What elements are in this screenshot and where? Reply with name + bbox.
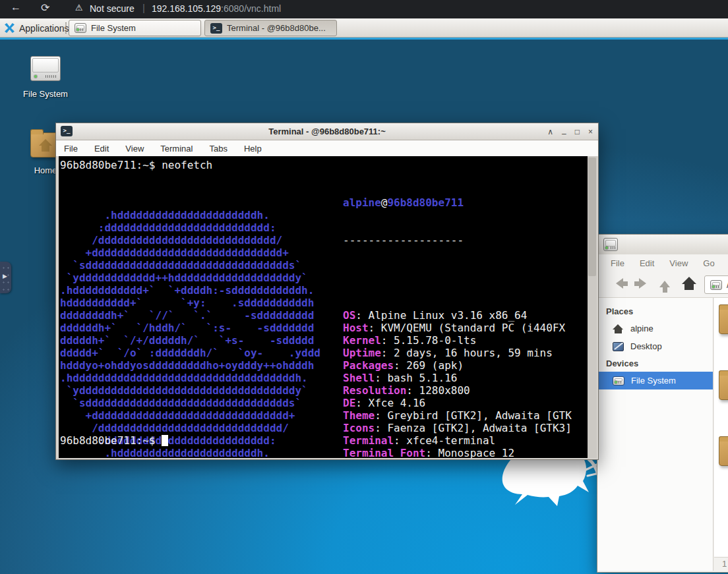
drive-icon xyxy=(75,23,86,33)
scrollbar-thumb[interactable] xyxy=(588,158,596,276)
address-bar[interactable]: 192.168.105.129:6080/vnc.html xyxy=(152,3,281,14)
neofetch-info-rows: OS: Alpine Linux v3.16 x86_64Host: KVM/Q… xyxy=(343,272,572,458)
file-manager-statusbar: 1 xyxy=(714,557,728,571)
file-manager-titlebar[interactable] xyxy=(597,235,728,254)
menu-item[interactable]: Tabs xyxy=(209,144,227,154)
close-button[interactable]: × xyxy=(588,123,593,140)
menu-item[interactable]: Edit xyxy=(94,144,109,154)
menu-item[interactable]: File xyxy=(64,144,78,154)
url-divider: | xyxy=(142,2,145,13)
file-manager-window: FileEditViewGoHelp / Places alpine Deskt… xyxy=(597,234,728,573)
url-host: 192.168.105.129 xyxy=(152,3,221,14)
terminal-menubar: FileEditViewTerminalTabsHelp xyxy=(56,140,598,156)
sidebar-item-desktop[interactable]: Desktop xyxy=(597,337,713,355)
file-manager-menubar: FileEditViewGoHelp xyxy=(597,254,728,272)
taskbar-button-terminal[interactable]: >_ Terminal - @96b8d80be... xyxy=(204,20,337,36)
drive-icon xyxy=(603,238,618,251)
window-title: Terminal - @96b8d80be711:~ xyxy=(56,127,598,136)
expand-arrow-icon: ▶ xyxy=(3,273,7,279)
refresh-icon[interactable]: ⟳ xyxy=(41,1,49,14)
terminal-content[interactable]: 96b8d80be711:~$ neofetch .hddddddddddddd… xyxy=(59,156,588,458)
menu-item[interactable]: Terminal xyxy=(160,144,193,154)
folder-icon[interactable] xyxy=(719,308,728,334)
terminal-icon: >_ xyxy=(210,23,222,34)
neofetch-separator: ------------------- xyxy=(343,234,572,246)
panel-handle[interactable] xyxy=(65,22,68,34)
terminal-command-line: 96b8d80be711:~$ neofetch xyxy=(60,159,212,171)
neofetch-ascii-logo: .hddddddddddddddddddddddh. :dddddddddddd… xyxy=(60,171,320,458)
desktop-icon xyxy=(613,342,624,351)
maximize-button[interactable]: □ xyxy=(575,123,580,140)
security-label[interactable]: Not secure xyxy=(90,3,135,14)
home-button[interactable] xyxy=(682,277,696,290)
file-manager-content-pane[interactable] xyxy=(714,298,728,571)
terminal-scrollbar[interactable] xyxy=(588,156,597,458)
shade-button[interactable]: ∧ xyxy=(547,123,553,140)
sidebar-item-label: Desktop xyxy=(630,341,662,351)
menu-item[interactable]: File xyxy=(611,258,624,268)
taskbar-button-label: File System xyxy=(91,23,136,33)
file-manager-sidebar: Places alpine Desktop Devices File Syste… xyxy=(597,298,713,571)
sidebar-item-alpine[interactable]: alpine xyxy=(597,320,713,337)
desktop-icon-file-system[interactable]: File System xyxy=(17,56,74,99)
xfce-logo-icon xyxy=(4,22,15,34)
neofetch-title: alpine@96b8d80be711 xyxy=(343,196,572,209)
drive-icon xyxy=(30,56,61,81)
menu-item[interactable]: Help xyxy=(244,144,262,154)
back-icon[interactable]: ← xyxy=(11,1,21,13)
applications-menu-button[interactable]: Applications xyxy=(1,20,72,36)
applications-label: Applications xyxy=(19,23,69,34)
sidebar-item-file-system[interactable]: File System xyxy=(597,372,713,389)
path-bar[interactable]: / xyxy=(704,275,728,294)
novnc-control-handle[interactable]: ▶ xyxy=(0,262,11,293)
neofetch-info: alpine@96b8d80be711 ------------------- … xyxy=(343,171,572,458)
desktop-icon-label: File System xyxy=(17,89,74,99)
sidebar-item-label: File System xyxy=(631,376,676,386)
taskbar-button-file-system[interactable]: File System xyxy=(69,20,201,36)
xfce-panel: Applications File System >_ Terminal - @… xyxy=(0,18,728,38)
menu-item[interactable]: View xyxy=(669,258,688,268)
file-manager-toolbar: / xyxy=(597,272,728,298)
url-path: :6080/vnc.html xyxy=(221,3,281,14)
menu-item[interactable]: Edit xyxy=(640,258,654,268)
terminal-titlebar[interactable]: >_ Terminal - @96b8d80be711:~ ∧ – □ × xyxy=(56,123,598,140)
back-button[interactable] xyxy=(611,278,628,289)
terminal-cursor xyxy=(162,435,168,446)
menu-item[interactable]: Go xyxy=(703,258,714,268)
desktop: File System Home ▶ FileEditViewGoHelp / xyxy=(0,38,728,574)
forward-button[interactable] xyxy=(634,278,652,289)
drive-icon xyxy=(613,376,624,386)
xfce-mouse-logo xyxy=(489,457,603,509)
folder-icon[interactable] xyxy=(719,440,728,466)
folder-icon[interactable] xyxy=(719,374,728,400)
terminal-window: >_ Terminal - @96b8d80be711:~ ∧ – □ × Fi… xyxy=(55,123,599,460)
up-button[interactable] xyxy=(659,275,670,293)
sidebar-item-label: alpine xyxy=(630,324,653,333)
browser-chrome: ← ⟳ ⚠ Not secure | 192.168.105.129:6080/… xyxy=(0,0,728,18)
devices-header: Devices xyxy=(597,355,713,372)
menu-item[interactable]: View xyxy=(125,144,144,154)
terminal-prompt: 96b8d80be711:~$ xyxy=(60,434,168,447)
drive-icon xyxy=(710,280,722,290)
places-header: Places xyxy=(597,303,713,320)
not-secure-warning-icon[interactable]: ⚠ xyxy=(75,3,83,13)
home-icon xyxy=(613,324,624,333)
taskbar-button-label: Terminal - @96b8d80be... xyxy=(227,23,326,33)
